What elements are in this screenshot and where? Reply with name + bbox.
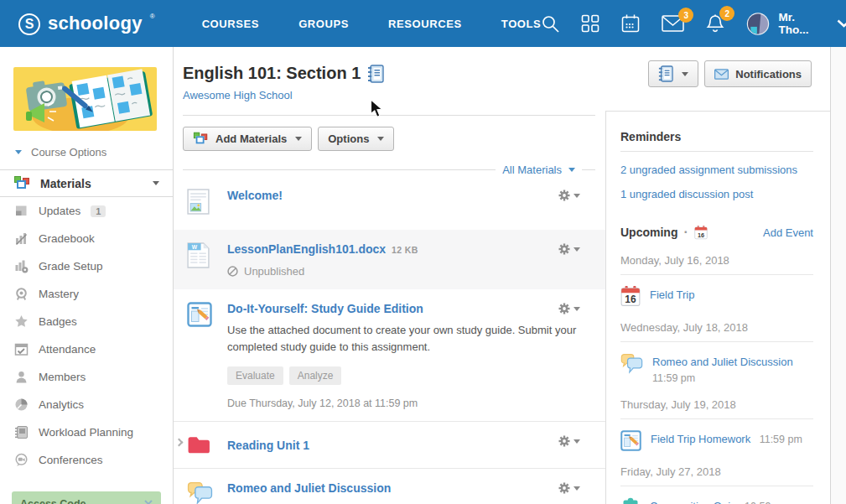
primary-nav: COURSES GROUPS RESOURCES TOOLS: [202, 18, 542, 30]
status-label: Unpublished: [244, 265, 304, 278]
event-link[interactable]: Composition Quiz: [650, 500, 736, 504]
course-materials-shortcut-button[interactable]: [648, 60, 698, 87]
event-link[interactable]: Field Trip Homework: [651, 433, 750, 445]
calendar-icon[interactable]: [620, 13, 641, 34]
notebook-icon: [367, 65, 384, 83]
upcoming-title: Upcoming: [620, 226, 677, 239]
caret-down-icon: [574, 486, 580, 491]
material-title-link[interactable]: Do-It-Yourself: Study Guide Edition: [227, 302, 423, 315]
event-calendar-icon: 16: [620, 286, 641, 307]
materials-filter-row: All Materials: [183, 164, 595, 176]
app-window: S schoology ® COURSES GROUPS RESOURCES T…: [0, 0, 846, 504]
sidebar-item-gradebook[interactable]: Gradebook: [0, 225, 173, 252]
caret-down-icon: [574, 194, 580, 198]
tag-pill[interactable]: Analyze: [289, 366, 342, 385]
item-options-gear[interactable]: [558, 482, 580, 494]
divider-line: [183, 169, 496, 170]
sidebar-item-members[interactable]: Members: [0, 363, 173, 391]
event-link[interactable]: Romeo and Juliet Discussion: [652, 356, 793, 368]
options-button[interactable]: Options: [318, 127, 394, 151]
analytics-pie-icon: [14, 397, 29, 412]
expand-folder-chevron-icon[interactable]: [175, 439, 184, 447]
material-row-assignment: Do-It-Yourself: Study Guide Edition Use …: [174, 289, 605, 422]
sidebar-item-workload-planning[interactable]: Workload Planning: [0, 418, 173, 446]
reminder-link[interactable]: 2 ungraded assignment submissions: [620, 164, 813, 176]
caret-down-icon: [153, 181, 159, 185]
nav-courses[interactable]: COURSES: [202, 18, 260, 30]
assignment-icon: [620, 430, 641, 451]
notifications-label: Notifications: [735, 68, 802, 81]
mini-calendar-icon[interactable]: 16: [694, 226, 708, 240]
user-menu[interactable]: Mr. Tho...: [746, 8, 816, 39]
material-description: Use the attached document to create your…: [227, 322, 580, 356]
close-icon[interactable]: [144, 500, 153, 504]
access-code-box: Access Code: [12, 491, 161, 504]
sidebar-item-conferences[interactable]: Conferences: [0, 446, 173, 474]
sidebar-item-label: Mastery: [39, 288, 79, 300]
all-materials-filter[interactable]: All Materials: [502, 164, 562, 176]
sidebar-item-attendance[interactable]: Attendance: [0, 335, 173, 363]
brand-name: schoology: [48, 13, 143, 34]
gear-icon: [558, 303, 570, 314]
sidebar-item-label: Gradebook: [39, 232, 95, 245]
search-icon[interactable]: [541, 14, 560, 34]
sidebar-item-label: Grade Setup: [39, 260, 103, 273]
discussion-bubbles-icon: [187, 481, 213, 504]
nav-groups[interactable]: GROUPS: [298, 18, 349, 30]
chevron-down-icon[interactable]: [837, 19, 846, 28]
event-time: 10:59 pm: [745, 501, 788, 504]
navbar-right: 3 2 Mr. Tho...: [541, 8, 846, 39]
item-options-gear[interactable]: [558, 190, 580, 201]
material-title-link[interactable]: Reading Unit 1: [227, 439, 309, 452]
event-date: Wednesday, July 18, 2018: [620, 321, 813, 342]
sidebar-item-mastery[interactable]: Mastery: [0, 280, 173, 308]
right-panel: Reminders 2 ungraded assignment submissi…: [605, 111, 830, 504]
upcoming-event: Field Trip Homework 11:59 pm: [620, 430, 813, 451]
event-link[interactable]: Field Trip: [650, 288, 694, 301]
sidebar-item-analytics[interactable]: Analytics: [0, 391, 173, 418]
item-options-gear[interactable]: [558, 435, 580, 447]
caret-down-icon: [574, 307, 580, 311]
updates-count-badge: 1: [91, 205, 106, 217]
gear-icon: [558, 190, 570, 201]
nav-tools[interactable]: TOOLS: [501, 18, 542, 30]
material-title-link[interactable]: Romeo and Juliet Discussion: [227, 481, 391, 495]
course-options-toggle[interactable]: Course Options: [0, 131, 173, 169]
file-size: 12 KB: [392, 245, 418, 255]
sidebar-item-updates[interactable]: Updates 1: [0, 197, 173, 225]
material-title-link[interactable]: Welcome!: [227, 189, 283, 202]
apps-grid-icon[interactable]: [581, 14, 599, 33]
sidebar-item-label: Analytics: [39, 398, 84, 411]
event-time: 11:59 pm: [652, 372, 793, 384]
sidebar-item-badges[interactable]: Badges: [0, 308, 173, 335]
event-date: Monday, July 16, 2018: [620, 254, 813, 275]
add-materials-button[interactable]: Add Materials: [183, 127, 312, 151]
messages-badge: 3: [678, 8, 693, 23]
materials-main: English 101: Section 1 Awesome High Scho…: [174, 47, 605, 504]
upcoming-header: Upcoming · 16 Add Event: [620, 225, 813, 240]
sidebar-item-materials[interactable]: Materials: [0, 169, 173, 197]
messages-icon[interactable]: 3: [662, 15, 684, 32]
nav-resources[interactable]: RESOURCES: [388, 18, 462, 30]
sidebar-item-grade-setup[interactable]: Grade Setup: [0, 252, 173, 280]
school-link[interactable]: Awesome High School: [183, 89, 293, 101]
material-row-folder: Reading Unit 1: [174, 422, 605, 469]
tag-pill[interactable]: Evaluate: [227, 366, 283, 385]
assignment-icon: [187, 302, 212, 327]
notifications-button[interactable]: Notifications: [704, 60, 812, 87]
item-options-gear[interactable]: [558, 303, 580, 314]
reminder-link[interactable]: 1 ungraded discussion post: [620, 188, 813, 200]
upcoming-group: Thursday, July 19, 2018 Field Trip Homew…: [620, 398, 813, 451]
badges-star-icon: [14, 314, 29, 329]
notifications-bell-icon[interactable]: 2: [705, 13, 725, 34]
course-options-label: Course Options: [31, 146, 106, 158]
scrollbar-track[interactable]: [830, 47, 846, 504]
svg-text:16: 16: [698, 231, 704, 238]
caret-down-icon: [574, 247, 580, 252]
item-options-gear[interactable]: [558, 243, 580, 255]
add-event-link[interactable]: Add Event: [763, 226, 813, 239]
course-title: English 101: Section 1: [183, 64, 361, 83]
material-title-link[interactable]: LessonPlanEnglish101.docx: [227, 242, 386, 256]
schoology-logo[interactable]: S schoology ®: [18, 13, 155, 35]
header-actions: Notifications: [648, 60, 812, 87]
